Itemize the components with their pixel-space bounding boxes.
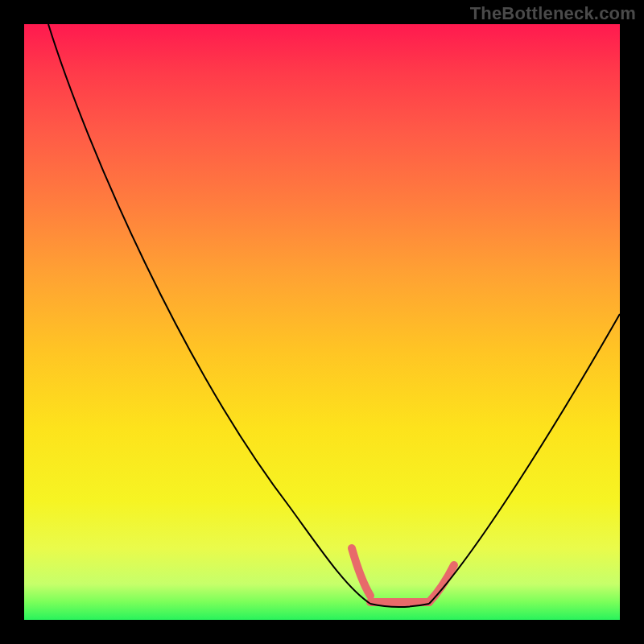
highlight-segment-right	[429, 565, 454, 602]
watermark-text: TheBottleneck.com	[470, 3, 636, 24]
bottleneck-curve-svg	[24, 24, 620, 620]
plot-area	[24, 24, 620, 620]
chart-frame: TheBottleneck.com	[0, 0, 644, 644]
curve-right-branch	[429, 314, 620, 604]
curve-left-branch	[48, 24, 370, 604]
highlight-segment-left	[352, 548, 370, 596]
